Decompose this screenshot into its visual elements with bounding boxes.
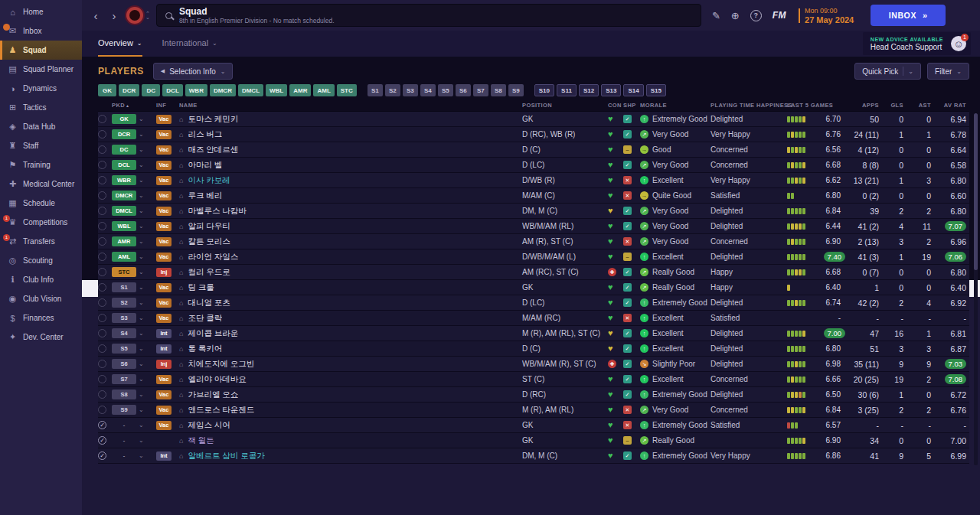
chevron-down-icon[interactable]: ⌄	[139, 452, 144, 459]
table-row[interactable]: S5⌄Int⌂통 록키어D (C)♥✓↑ExcellentDelighted6.…	[98, 341, 969, 357]
sub-button-s5[interactable]: S5	[438, 84, 453, 96]
sub-button-s12[interactable]: S12	[579, 84, 599, 96]
column-header-gls[interactable]: GLS	[882, 102, 906, 109]
chevron-down-icon[interactable]: ⌄	[139, 116, 144, 122]
table-row[interactable]: ✓-⌄Int⌂알베르트 삼비 로콩가DM, M (C)♥✓↑Extremely …	[98, 448, 969, 464]
row-checkbox[interactable]	[98, 237, 106, 246]
sidebar-item-schedule[interactable]: ▦Schedule	[0, 194, 82, 213]
sidebar-item-tactics[interactable]: ⊞Tactics	[0, 98, 82, 117]
player-name[interactable]: 루크 베리	[188, 191, 222, 201]
position-button-dmcr[interactable]: DMCR	[210, 84, 236, 96]
row-checkbox[interactable]	[98, 360, 106, 368]
sidebar-item-competitions[interactable]: ♛Competitions1	[0, 213, 82, 232]
sub-button-s15[interactable]: S15	[646, 84, 666, 96]
sub-button-s1[interactable]: S1	[368, 84, 383, 96]
position-button-stc[interactable]: STC	[337, 84, 357, 96]
row-checkbox[interactable]	[98, 207, 106, 215]
table-row[interactable]: DC⌄Vac⌂매즈 안데르센D (C)♥–→GoodConcerned6.564…	[98, 142, 969, 158]
chevron-down-icon[interactable]: ⌄	[139, 161, 144, 168]
table-row[interactable]: AMR⌄Vac⌂칼튼 모리스AM (R), ST (C)♥✕↗Very Good…	[98, 234, 969, 249]
sub-button-s8[interactable]: S8	[491, 84, 506, 96]
search-bar[interactable]: Squad 8th in English Premier Division - …	[156, 4, 701, 27]
position-button-dcr[interactable]: DCR	[119, 84, 139, 96]
sidebar-item-medical-center[interactable]: ✚Medical Center	[0, 174, 82, 194]
sidebar-item-squad-planner[interactable]: ▤Squad Planner	[0, 60, 82, 79]
sub-button-s11[interactable]: S11	[557, 84, 577, 96]
chevron-down-icon[interactable]: ⌄	[139, 146, 144, 153]
sidebar-item-squad[interactable]: ♟Squad	[0, 41, 82, 60]
position-button-amr[interactable]: AMR	[289, 84, 311, 96]
chevron-down-icon[interactable]: ⌄	[139, 238, 144, 245]
position-button-dc[interactable]: DC	[142, 84, 160, 96]
sidebar-item-transfers[interactable]: ⇄Transfers1	[0, 232, 82, 251]
chevron-down-icon[interactable]: ⌄	[139, 406, 144, 413]
table-row[interactable]: ✓-⌄Vac⌂제임스 시어GK♥✕↑Extremely GoodSatisfie…	[98, 418, 969, 433]
table-row[interactable]: S7⌄Vac⌂엘리야 아데바요ST (C)♥✓↑ExcellentConcern…	[98, 372, 969, 387]
row-checkbox[interactable]	[98, 406, 106, 414]
column-header-shp[interactable]: SHP	[623, 102, 640, 109]
table-row[interactable]: S8⌄Vac⌂가브리엘 오쇼D (RC)♥✓↑Extremely GoodDel…	[98, 387, 969, 403]
sidebar-item-staff[interactable]: ♜Staff	[0, 136, 82, 155]
sidebar-item-dynamics[interactable]: ◑Dynamics	[0, 79, 82, 98]
row-checkbox[interactable]	[98, 145, 106, 154]
player-name[interactable]: 가브리엘 오쇼	[188, 390, 238, 400]
row-checkbox[interactable]: ✓	[98, 451, 106, 460]
table-row[interactable]: STC⌄Inj⌂컬리 우드로AM (RC), ST (C)✚✓↗Really G…	[98, 265, 969, 280]
sub-button-s10[interactable]: S10	[534, 84, 554, 96]
column-header-inf[interactable]: INF	[156, 102, 179, 109]
row-checkbox[interactable]	[98, 375, 106, 383]
player-name[interactable]: 제이콥 브라운	[188, 328, 238, 339]
position-button-wbl[interactable]: WBL	[266, 84, 287, 96]
row-checkbox[interactable]	[98, 222, 106, 230]
chevron-down-icon[interactable]: ⌄	[139, 437, 144, 444]
sidebar-item-finances[interactable]: $Finances	[0, 308, 82, 328]
column-header-con[interactable]: CON	[608, 102, 623, 109]
chevron-down-icon[interactable]: ⌄	[139, 177, 144, 184]
player-name[interactable]: 통 록키어	[188, 344, 222, 354]
sidebar-item-scouting[interactable]: ◎Scouting	[0, 251, 82, 270]
table-scrollbar[interactable]	[974, 113, 978, 465]
player-name[interactable]: 대니얼 포츠	[188, 298, 230, 308]
chevron-down-icon[interactable]: ⌄	[139, 131, 144, 138]
sub-button-s4[interactable]: S4	[420, 84, 436, 96]
table-row[interactable]: DMCL⌄Vac⌂마벨루스 나캄바DM, M (C)♥✓↗Very GoodDe…	[98, 204, 969, 219]
table-row[interactable]: S4⌄Int⌂제이콥 브라운M (R), AM (RL), ST (C)♥✓↑E…	[98, 326, 969, 341]
row-checkbox[interactable]	[98, 329, 106, 337]
table-row[interactable]: S2⌄Vac⌂대니얼 포츠D (LC)♥✓↑Extremely GoodDeli…	[98, 295, 969, 311]
player-name[interactable]: 토마스 케민키	[188, 114, 238, 125]
player-name[interactable]: 매즈 안데르센	[188, 145, 238, 155]
row-checkbox[interactable]	[98, 344, 106, 353]
player-name[interactable]: 치에도지에 오그빈	[188, 359, 254, 370]
chevron-down-icon[interactable]: ⌄	[139, 192, 144, 199]
inbox-button[interactable]: INBOX»	[871, 5, 946, 26]
player-name[interactable]: 라이언 자일스	[188, 252, 238, 262]
continue-button[interactable]	[126, 7, 143, 24]
chevron-down-icon[interactable]: ⌄	[139, 299, 144, 306]
filter-button[interactable]: Filter ⌄	[927, 63, 969, 80]
player-name[interactable]: 잭 윌든	[188, 435, 214, 446]
position-button-dcl[interactable]: DCL	[162, 84, 182, 96]
sub-button-s3[interactable]: S3	[403, 84, 418, 96]
sub-button-s6[interactable]: S6	[456, 84, 471, 96]
edit-icon[interactable]: ✎	[712, 11, 720, 21]
player-name[interactable]: 리스 버그	[188, 129, 222, 140]
row-checkbox[interactable]	[98, 314, 106, 322]
sub-button-s9[interactable]: S9	[508, 84, 524, 96]
continue-options-icon[interactable]: ⌃⌄	[145, 11, 150, 19]
table-row[interactable]: WBL⌄Vac⌂알피 다우티WB/M/AM (RL)♥✓↗Very GoodDe…	[98, 219, 969, 234]
sub-button-s14[interactable]: S14	[623, 84, 643, 96]
player-name[interactable]: 알베르트 삼비 로콩가	[188, 451, 264, 461]
chevron-down-icon[interactable]: ⌄	[139, 422, 144, 429]
chevron-down-icon[interactable]: ⌄	[139, 269, 144, 275]
chevron-down-icon[interactable]: ⌄	[139, 207, 144, 214]
row-checkbox[interactable]	[98, 191, 106, 200]
column-header-playing-time-happiness[interactable]: PLAYING TIME HAPPINESS	[710, 102, 787, 109]
column-header-apps[interactable]: APPS	[845, 102, 882, 109]
table-row[interactable]: S6⌄Inj⌂치에도지에 오그빈WB/M/AM (R), ST (C)✚✓↘Sl…	[98, 357, 969, 372]
chevron-down-icon[interactable]: ⌄	[139, 315, 144, 321]
row-checkbox[interactable]	[98, 161, 106, 169]
column-header-last-5-games[interactable]: LAST 5 GAMES	[787, 102, 845, 109]
player-name[interactable]: 알피 다우티	[188, 221, 230, 232]
table-row[interactable]: DCL⌄Vac⌂아마리 벨D (LC)♥✓↗Very GoodConcerned…	[98, 158, 969, 173]
chevron-down-icon[interactable]: ⌄	[139, 345, 144, 352]
